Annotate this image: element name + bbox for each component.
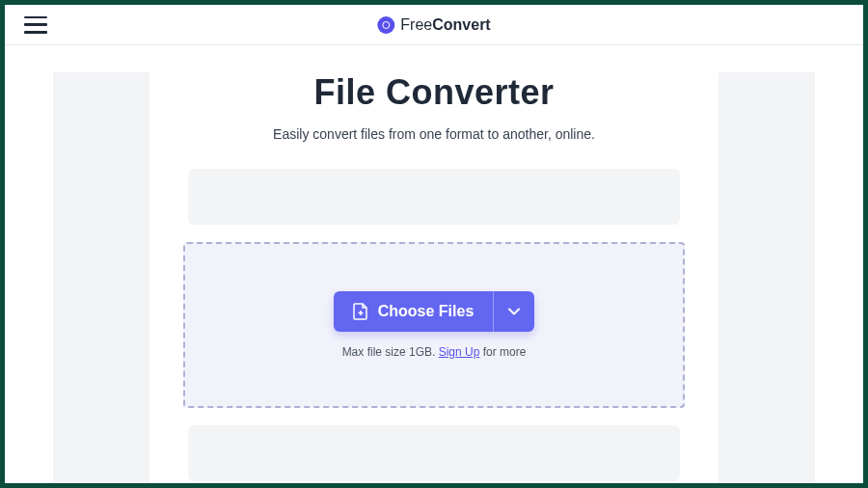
choose-files-dropdown-button[interactable] bbox=[494, 291, 534, 332]
ad-slot-top bbox=[188, 169, 680, 225]
brand-name: FreeConvert bbox=[400, 16, 490, 34]
content: File Converter Easily convert files from… bbox=[5, 45, 863, 483]
file-dropzone[interactable]: Choose Files Max file size 1GB. Sign Up … bbox=[183, 242, 685, 408]
signup-link[interactable]: Sign Up bbox=[439, 345, 480, 359]
header: FreeConvert bbox=[5, 5, 863, 45]
choose-files-button[interactable]: Choose Files bbox=[334, 291, 495, 332]
page-title: File Converter bbox=[313, 72, 554, 113]
brand-logo[interactable]: FreeConvert bbox=[377, 16, 490, 34]
max-file-size-note: Max file size 1GB. Sign Up for more bbox=[342, 345, 527, 359]
ad-rail-right bbox=[719, 72, 815, 483]
ad-rail-left bbox=[53, 72, 149, 483]
choose-files-button-group: Choose Files bbox=[334, 291, 535, 332]
note-prefix: Max file size 1GB. bbox=[342, 345, 439, 359]
brand-prefix: Free bbox=[400, 16, 432, 33]
brand-suffix: Convert bbox=[432, 16, 490, 33]
main-column: File Converter Easily convert files from… bbox=[149, 45, 719, 483]
hamburger-menu-icon[interactable] bbox=[24, 16, 47, 34]
choose-files-label: Choose Files bbox=[378, 303, 475, 320]
note-suffix: for more bbox=[479, 345, 526, 359]
ad-slot-bottom bbox=[188, 425, 680, 481]
logo-icon bbox=[377, 16, 394, 34]
chevron-down-icon bbox=[508, 308, 520, 315]
file-add-icon bbox=[353, 303, 368, 320]
page-subtitle: Easily convert files from one format to … bbox=[273, 126, 595, 142]
